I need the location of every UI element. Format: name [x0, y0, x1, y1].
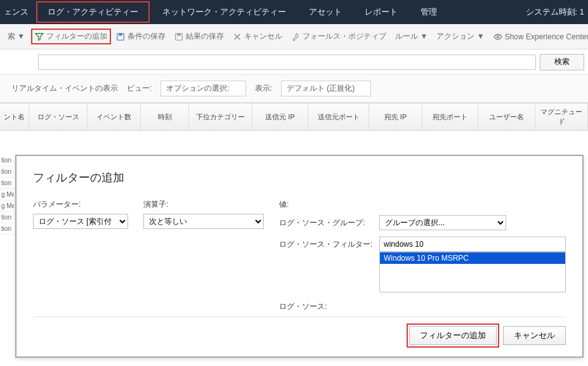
col-dst-port[interactable]: 宛先ポート	[422, 103, 478, 130]
display-label: 表示:	[255, 83, 272, 94]
top-nav: ェンス ログ・アクティビティー ネットワーク・アクティビティー アセット レポー…	[0, 0, 588, 24]
nav-item-assets[interactable]: アセット	[297, 0, 353, 24]
parameter-label: パラメーター:	[33, 199, 128, 210]
col-src-port[interactable]: 送信元ポート	[308, 103, 369, 130]
display-select-value: デフォルト (正規化)	[287, 83, 355, 94]
operator-select[interactable]: 次と等しい	[143, 214, 264, 229]
table-row[interactable]: g Me	[0, 200, 14, 212]
add-filter-dialog: フィルターの追加 パラメーター: ログ・ソース [索引付 演算子: 次と等しい …	[15, 155, 584, 358]
toolbar: 索 ▼ フィルターの追加 条件の保存 結果の保存 キャンセル フォールス・ポジテ…	[0, 24, 588, 49]
save-results-button[interactable]: 結果の保存	[171, 29, 228, 44]
wrench-icon	[291, 32, 300, 41]
cancel-button[interactable]: キャンセル	[229, 29, 286, 44]
col-event-name[interactable]: ント名	[0, 103, 29, 130]
svg-rect-1	[119, 33, 122, 36]
col-event-count[interactable]: イベント数	[88, 103, 141, 130]
table-row[interactable]: tion	[0, 212, 14, 223]
false-positive-button[interactable]: フォールス・ポジティブ	[287, 29, 390, 44]
dialog-add-filter-button[interactable]: フィルターの追加	[409, 326, 497, 345]
realtime-label: リアルタイム・イベントの表示	[11, 83, 118, 94]
log-source-filter-input[interactable]	[379, 237, 566, 252]
rules-dropdown[interactable]: ルール ▼	[391, 29, 431, 44]
cancel-label: キャンセル	[244, 31, 282, 42]
cancel-icon	[233, 32, 242, 41]
nav-item-network-activity[interactable]: ネットワーク・アクティビティー	[151, 0, 297, 24]
nav-item-offense[interactable]: ェンス	[0, 0, 35, 24]
table-rows-truncated: tion tion tion g Me g Me tion tion	[0, 155, 14, 235]
svg-point-4	[497, 36, 499, 38]
dialog-cancel-button[interactable]: キャンセル	[503, 326, 566, 345]
nav-item-log-activity[interactable]: ログ・アクティビティー	[36, 1, 150, 23]
dialog-footer: フィルターの追加 キャンセル	[33, 317, 566, 345]
log-source-filter-row: ログ・ソース・フィルター: Windows 10 Pro MSRPC	[279, 237, 566, 292]
table-row[interactable]: tion	[0, 155, 14, 166]
value-label: 値:	[279, 199, 566, 210]
log-source-group-select[interactable]: グループの選択...	[379, 215, 506, 230]
col-subcategory[interactable]: 下位カテゴリー	[189, 103, 252, 130]
parameter-select[interactable]: ログ・ソース [索引付	[33, 214, 128, 229]
col-time[interactable]: 時刻	[141, 103, 189, 130]
parameter-group: パラメーター: ログ・ソース [索引付	[33, 199, 128, 317]
search-input[interactable]	[38, 55, 536, 70]
display-select[interactable]: デフォルト (正規化)	[281, 81, 371, 96]
add-filter-label: フィルターの追加	[46, 31, 107, 42]
search-row: 検索	[0, 49, 588, 75]
eye-icon	[493, 32, 502, 41]
search-button[interactable]: 検索	[540, 54, 584, 70]
dialog-body: パラメーター: ログ・ソース [索引付 演算子: 次と等しい 値: ログ・ソース…	[33, 199, 566, 317]
filter-icon	[35, 32, 44, 41]
log-source-group-label: ログ・ソース・グループ:	[279, 215, 374, 228]
col-src-ip[interactable]: 送信元 IP	[252, 103, 308, 130]
search-dropdown[interactable]: 索 ▼	[4, 29, 29, 44]
show-experience-center-label: Show Experience Center	[505, 32, 588, 41]
add-filter-button[interactable]: フィルターの追加	[31, 29, 111, 44]
system-clock: システム時刻: 1	[518, 0, 588, 24]
table-row[interactable]: g Me	[0, 189, 14, 200]
view-options: リアルタイム・イベントの表示 ビュー: オプションの選択: 表示: デフォルト …	[0, 75, 588, 103]
svg-rect-3	[178, 33, 181, 36]
log-source-listbox[interactable]: Windows 10 Pro MSRPC	[379, 252, 566, 292]
log-source-filter-label: ログ・ソース・フィルター:	[279, 237, 374, 250]
log-source-group-row: ログ・ソース・グループ: グループの選択...	[279, 215, 566, 230]
list-item[interactable]: Windows 10 Pro MSRPC	[380, 252, 565, 264]
col-username[interactable]: ユーザー名	[478, 103, 535, 130]
col-log-source[interactable]: ログ・ソース	[29, 103, 88, 130]
table-row[interactable]: tion	[0, 166, 14, 178]
nav-item-reports[interactable]: レポート	[353, 0, 409, 24]
rules-label: ルール ▼	[395, 31, 428, 42]
view-select[interactable]: オプションの選択:	[160, 81, 245, 96]
false-positive-label: フォールス・ポジティブ	[303, 31, 386, 42]
save-criteria-label: 条件の保存	[127, 31, 166, 42]
save-criteria-button[interactable]: 条件の保存	[112, 29, 169, 44]
view-select-value: オプションの選択:	[166, 83, 229, 94]
dialog-title: フィルターの追加	[33, 170, 566, 185]
log-source-row: ログ・ソース:	[279, 299, 566, 312]
col-magnitude[interactable]: マグニチュード	[535, 103, 588, 130]
show-experience-center-button[interactable]: Show Experience Center	[490, 30, 588, 44]
col-dst-ip[interactable]: 宛先 IP	[369, 103, 422, 130]
table-row[interactable]: tion	[0, 178, 14, 189]
actions-dropdown[interactable]: アクション ▼	[433, 29, 488, 44]
operator-label: 演算子:	[143, 199, 264, 210]
save-results-icon	[174, 32, 183, 41]
actions-label: アクション ▼	[436, 31, 484, 42]
events-table-header: ント名 ログ・ソース イベント数 時刻 下位カテゴリー 送信元 IP 送信元ポー…	[0, 103, 588, 131]
log-source-label: ログ・ソース:	[279, 299, 374, 312]
operator-group: 演算子: 次と等しい	[143, 199, 264, 317]
value-group: 値: ログ・ソース・グループ: グループの選択... ログ・ソース・フィルター:	[279, 199, 566, 317]
save-results-label: 結果の保存	[186, 31, 224, 42]
table-row[interactable]: tion	[0, 223, 14, 235]
save-icon	[116, 32, 125, 41]
nav-item-admin[interactable]: 管理	[409, 0, 448, 24]
view-label: ビュー:	[127, 83, 152, 94]
nav-spacer	[448, 0, 518, 24]
